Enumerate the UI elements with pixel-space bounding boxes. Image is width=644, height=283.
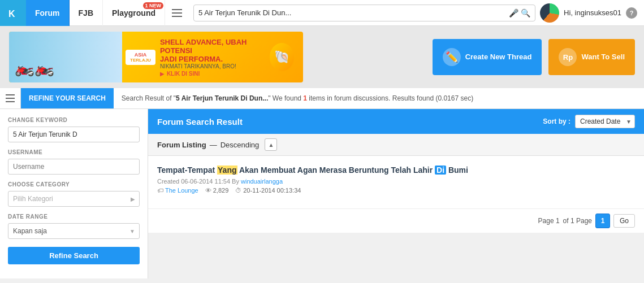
title-highlight-yang: Yang [217,166,237,175]
view-count: 2,829 [213,187,229,194]
result-keyword: 5 Air Terjun Terunik Di Dun... [176,94,268,102]
change-keyword-label: CHANGE KEYWORD [8,117,140,123]
tag-item: 🏷 The Lounge [157,187,198,194]
want-to-sell-button[interactable]: Rp Want To Sell [548,39,635,75]
nav-menu-icon[interactable] [165,0,189,26]
banner-bikes: 🏍️🏍️ [9,32,122,82]
svg-text:K: K [8,9,15,19]
result-item-title[interactable]: Tempat-Tempat Yang Akan Membuat Agan Mer… [157,164,635,176]
svg-rect-6 [6,98,15,99]
avatar[interactable] [540,3,559,23]
refine-search-bar-button[interactable]: REFINE YOUR SEARCH [21,88,114,108]
svg-rect-3 [172,12,182,14]
title-highlight-di: Di [435,166,446,175]
sort-select[interactable]: Created Date Relevance Last Reply [575,115,635,128]
page-number: 1 [601,217,605,225]
banner-subtitle: JADI PERFORMA. [160,55,265,63]
svg-rect-2 [172,9,182,10]
tab-forum-label: Forum [35,8,60,18]
banner-subtext: NIKMATI TARIKANNYA, BRO! [160,63,265,69]
top-nav: K Forum FJB Playground 1 NEW 🎤 🔍 Hi, ing… [0,0,644,26]
want-sell-label: Want To Sell [581,53,625,62]
title-post: Bumi [446,166,468,175]
search-input[interactable] [198,8,507,17]
help-icon[interactable]: ? [626,7,637,19]
tab-fjb-label: FJB [79,8,93,18]
sort-by-wrap: Sort by : Created Date Relevance Last Re… [543,115,635,128]
result-suffix: items in forum discussions. Results foun… [307,94,473,102]
result-meta: Created 06-06-2014 11:54 By winduairlang… [157,178,635,185]
tab-playground[interactable]: Playground 1 NEW [103,0,165,26]
banner-actions: ✏️ Create New Thread Rp Want To Sell [433,39,635,75]
category-select[interactable]: Pilih Kategori [8,191,140,207]
sort-select-wrap: Created Date Relevance Last Reply ▼ [575,115,635,128]
banner-image: 🏍️🏍️ ASIA TERLAJU SHELL ADVANCE, UBAH PO… [9,32,303,82]
eye-icon: 👁 [205,187,211,194]
listing-separator: — [210,141,217,149]
banner-cta[interactable]: KLIK DI SINI [167,71,200,77]
result-prefix: Search Result of " [122,94,176,102]
nav-user-text: Hi, inginsukses01 [564,8,621,17]
pagination-bar: Page 1 of 1 Page 1 Go [148,208,644,233]
search-result-text: Search Result of "5 Air Terjun Terunik D… [114,94,481,102]
list-view-icon[interactable] [0,88,21,108]
username-label: USERNAME [8,149,140,155]
search-icon[interactable]: 🔍 [521,8,530,18]
date-range-select-wrap: Kapan saja Hari ini Minggu ini ▼ [8,223,140,239]
title-pre: Tempat-Tempat [157,166,217,175]
clock-icon: ⏱ [235,187,241,194]
result-tags: 🏷 The Lounge 👁 2,829 ⏱ 20-11-2014 00:13:… [157,187,635,194]
tab-fjb[interactable]: FJB [70,0,103,26]
category-select-wrap: Pilih Kategori ▶ [8,191,140,207]
tab-playground-label: Playground [112,8,155,18]
list-icon [6,94,15,102]
result-header-title: Forum Search Result [157,117,243,127]
listing-toggle[interactable]: ▲ [265,138,277,151]
svg-rect-5 [6,94,15,95]
date-range-select[interactable]: Kapan saja Hari ini Minggu ini [8,223,140,239]
create-thread-button[interactable]: ✏️ Create New Thread [433,39,542,75]
page-1-button[interactable]: 1 [595,214,610,228]
sidebar: CHANGE KEYWORD USERNAME CHOOSE CATEGORY … [0,109,148,278]
author-link[interactable]: winduairlangga [241,178,283,185]
forum-listing-bar: Forum Listing — Descending ▲ [148,134,644,156]
date-range-label: DATE RANGE [8,214,140,220]
main-layout: CHANGE KEYWORD USERNAME CHOOSE CATEGORY … [0,109,644,278]
listing-order: Descending [221,141,260,149]
banner-content: ASIA TERLAJU SHELL ADVANCE, UBAH POTENSI… [116,33,303,81]
playground-badge: 1 NEW [143,2,164,9]
result-item: Tempat-Tempat Yang Akan Membuat Agan Mer… [157,164,635,201]
category-label: CHOOSE CATEGORY [8,181,140,188]
k-logo-icon: K [6,6,20,20]
create-thread-icon: ✏️ [443,48,461,66]
date-item: ⏱ 20-11-2014 00:13:34 [235,187,301,194]
search-result-bar: REFINE YOUR SEARCH Search Result of "5 A… [0,88,644,109]
menu-icon [172,9,182,17]
svg-rect-4 [172,16,182,17]
create-thread-label: Create New Thread [465,53,532,62]
sort-by-label: Sort by : [543,117,570,125]
go-button[interactable]: Go [613,214,635,228]
result-header: Forum Search Result Sort by : Created Da… [148,109,644,134]
page-info: Page 1 [538,217,560,225]
last-date: 20-11-2014 00:13:34 [243,187,301,194]
refine-search-button[interactable]: Refine Search [8,247,140,264]
views-item: 👁 2,829 [205,187,229,194]
result-count: 1 [303,94,307,102]
username-input[interactable] [8,159,140,175]
of-page-text: of 1 Page [563,217,592,225]
mic-icon: 🎤 [509,8,518,18]
banner-area: 🏍️🏍️ ASIA TERLAJU SHELL ADVANCE, UBAH PO… [0,26,644,88]
result-mid: " We found [268,94,303,102]
svg-rect-7 [6,101,15,102]
nav-logo[interactable]: K [0,0,26,26]
created-text: Created 06-06-2014 11:54 By [157,178,241,185]
tab-forum[interactable]: Forum [26,0,70,26]
tag-link[interactable]: The Lounge [165,187,198,194]
want-sell-icon: Rp [559,48,577,66]
result-area: Forum Search Result Sort by : Created Da… [148,109,644,278]
keyword-input[interactable] [8,127,140,142]
tag-icon: 🏷 [157,187,163,194]
title-mid: Akan Membuat Agan Merasa Beruntung Telah… [237,166,435,175]
result-list: Tempat-Tempat Yang Akan Membuat Agan Mer… [148,156,644,208]
